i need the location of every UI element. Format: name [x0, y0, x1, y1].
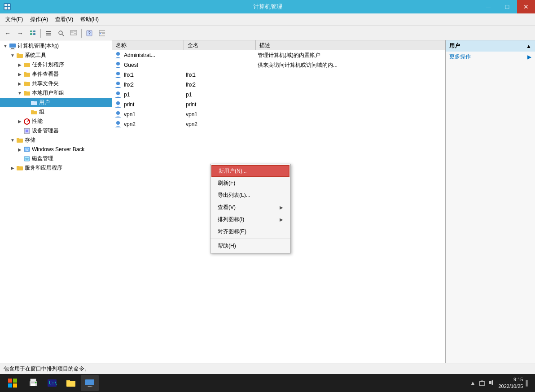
- svg-point-67: [35, 382, 37, 383]
- ctx-refresh[interactable]: 刷新(F): [210, 177, 290, 189]
- tree-root[interactable]: ▼ 计算机管理(本地): [0, 41, 112, 51]
- tree-expand-storage[interactable]: ▼: [9, 137, 16, 144]
- svg-rect-39: [31, 110, 34, 112]
- svg-point-53: [116, 62, 120, 65]
- tree-users-node[interactable]: 用户: [0, 98, 112, 107]
- view-list-button[interactable]: [43, 28, 54, 39]
- table-row[interactable]: lhx2 lhx2: [112, 80, 445, 90]
- tree-expand-shared[interactable]: ▶: [16, 80, 23, 87]
- details-button[interactable]: [96, 28, 108, 39]
- tree-groups-node[interactable]: 组: [0, 107, 112, 117]
- tree-task-scheduler[interactable]: ▶ 任务计划程序: [0, 60, 112, 70]
- user-vpn2-full: vpn2: [186, 121, 258, 127]
- tree-expand-users: [23, 99, 31, 106]
- title-bar: 计算机管理 ─ □ ✕: [0, 0, 535, 13]
- user-print-full: print: [186, 101, 258, 108]
- tree-performance[interactable]: ▶ 性能: [0, 117, 112, 126]
- svg-rect-61: [13, 379, 17, 383]
- tree-event-viewer[interactable]: ▶ 事件查看器: [0, 70, 112, 79]
- menu-file[interactable]: 文件(F): [2, 14, 26, 25]
- table-row[interactable]: print print: [112, 100, 445, 109]
- taskbar-explorer[interactable]: [62, 375, 80, 391]
- context-menu: 新用户(N)... 刷新(F) 导出列表(L)... 查看(V) ▶ 排列图标(…: [210, 164, 291, 253]
- actions-more-operations[interactable]: 更多操作 ▶: [446, 52, 535, 62]
- tree-local-users[interactable]: ▼ 本地用户和组: [0, 88, 112, 98]
- svg-rect-51: [17, 166, 19, 167]
- status-bar: 包含用于在窗口中排列项目的命令。: [0, 363, 535, 374]
- ctx-arrange[interactable]: 排列图标(I) ▶: [210, 213, 290, 226]
- tree-shared-label: 共享文件夹: [32, 80, 59, 87]
- search-button[interactable]: [55, 28, 67, 39]
- tree-expand-svc[interactable]: ▶: [9, 165, 16, 172]
- ctx-export[interactable]: 导出列表(L)...: [210, 189, 290, 201]
- tree-wsb[interactable]: ▶ W Windows Server Back: [0, 145, 112, 154]
- toolbar-separator-1: [40, 29, 41, 38]
- wsb-icon: W: [23, 146, 31, 153]
- table-row[interactable]: vpn1 vpn1: [112, 109, 445, 119]
- svg-rect-25: [10, 49, 15, 49]
- svg-point-49: [25, 158, 29, 160]
- close-button[interactable]: ✕: [517, 0, 535, 13]
- svg-rect-8: [46, 31, 51, 32]
- table-row[interactable]: vpn2 vpn2: [112, 119, 445, 129]
- tree-expand-localusers[interactable]: ▼: [16, 90, 23, 97]
- taskbar-network-icon[interactable]: [478, 379, 486, 388]
- properties-button[interactable]: [68, 28, 79, 39]
- col-header-name[interactable]: 名称: [112, 40, 184, 50]
- actions-collapse-icon[interactable]: ▲: [526, 43, 531, 49]
- ctx-new-user[interactable]: 新用户(N)...: [211, 165, 289, 177]
- taskbar-show-desktop[interactable]: ▌: [526, 380, 530, 386]
- col-header-fullname[interactable]: 全名: [184, 40, 256, 50]
- taskbar-arrow-up[interactable]: ▲: [470, 379, 476, 387]
- taskbar-terminal[interactable]: C:\: [43, 375, 61, 391]
- tree-disk-mgmt[interactable]: 磁盘管理: [0, 154, 112, 163]
- ctx-align[interactable]: 对齐图标(E): [210, 226, 290, 238]
- svg-point-54: [116, 72, 120, 75]
- ctx-view-label: 查看(V): [218, 204, 236, 211]
- tree-expand-root[interactable]: ▼: [2, 43, 9, 50]
- taskbar-printer[interactable]: [24, 375, 42, 391]
- tree-expand-wsb[interactable]: ▶: [16, 146, 23, 153]
- device-manager-icon: [23, 127, 31, 135]
- minimize-button[interactable]: ─: [479, 0, 497, 13]
- tree-storage[interactable]: ▼ 存储: [0, 135, 112, 145]
- actions-panel: 用户 ▲ 更多操作 ▶: [445, 40, 535, 363]
- table-row[interactable]: Administrat... 管理计算机(域)的内置帐户: [112, 50, 445, 60]
- tree-shared-folders[interactable]: ▶ 共享文件夹: [0, 79, 112, 88]
- tree-expand-event[interactable]: ▶: [16, 71, 23, 78]
- ctx-help-label: 帮助(H): [218, 242, 236, 250]
- tree-expand-perf[interactable]: ▶: [16, 118, 23, 125]
- svg-line-41: [27, 120, 29, 122]
- forward-button[interactable]: →: [14, 28, 26, 39]
- maximize-button[interactable]: □: [498, 0, 516, 13]
- taskbar-computer-mgmt[interactable]: [81, 375, 99, 391]
- table-row[interactable]: p1 p1: [112, 90, 445, 100]
- menu-action[interactable]: 操作(A): [26, 14, 52, 25]
- taskbar-sound-icon[interactable]: [488, 379, 496, 388]
- svg-rect-7: [33, 33, 35, 35]
- table-row[interactable]: Guest 供来宾访问计算机或访问域的内...: [112, 60, 445, 70]
- menu-help[interactable]: 帮助(H): [77, 14, 102, 25]
- actions-more-arrow: ▶: [527, 54, 531, 60]
- tree-root-label: 计算机管理(本地): [18, 42, 59, 50]
- up-button[interactable]: [27, 28, 39, 39]
- tree-services[interactable]: ▶ 服务和应用程序: [0, 163, 112, 173]
- svg-rect-29: [24, 63, 26, 64]
- start-button[interactable]: [2, 375, 23, 391]
- user-admin-desc: 管理计算机(域)的内置帐户: [258, 52, 443, 59]
- back-button[interactable]: ←: [2, 28, 13, 39]
- tree-expand-task[interactable]: ▶: [16, 61, 23, 69]
- tree-system-tools[interactable]: ▼ 系统工具: [0, 51, 112, 60]
- tree-device-manager[interactable]: 设备管理器: [0, 126, 112, 135]
- ctx-view[interactable]: 查看(V) ▶: [210, 201, 290, 213]
- tree-panel: ▼ 计算机管理(本地) ▼ 系统工具 ▶ 任务计划程序 ▶: [0, 40, 112, 363]
- taskbar-clock[interactable]: 9:15 2022/10/25: [498, 376, 523, 390]
- help-button[interactable]: ?: [83, 28, 95, 39]
- user-p1-full: p1: [186, 91, 258, 98]
- menu-view[interactable]: 查看(V): [52, 14, 77, 25]
- ctx-help[interactable]: 帮助(H): [210, 240, 290, 252]
- tree-expand-systools[interactable]: ▼: [9, 52, 16, 59]
- col-header-desc[interactable]: 描述: [256, 40, 445, 50]
- svg-rect-6: [30, 33, 32, 35]
- table-row[interactable]: lhx1 lhx1: [112, 70, 445, 80]
